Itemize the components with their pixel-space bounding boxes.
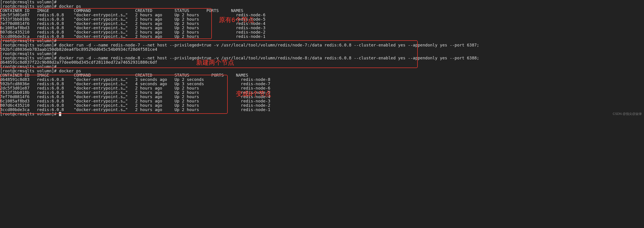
prompt: [root@crmsqlts volumn]# <box>0 4 56 8</box>
cell-status: Up 2 hours <box>174 12 199 17</box>
cell-id: d648591c8d83 <box>0 77 30 82</box>
cell-id: 6c1085af8bd3 <box>0 26 30 30</box>
prompt: [root@crmsqlts volumn]# <box>0 112 56 116</box>
cell-names: redis-node-2 <box>236 30 265 34</box>
col-container-id: CONTAINER ID <box>0 8 30 13</box>
cell-id: 592bfcd8036e <box>0 81 30 86</box>
cell-cmd: "docker-entrypoint.s…" <box>74 98 128 103</box>
cell-id: 2dc5f3d01e87 <box>0 12 30 17</box>
col-status: STATUS <box>174 8 189 13</box>
col-command: COMMAND <box>74 8 91 13</box>
cell-created: 2 hours ago <box>135 12 162 17</box>
cell-created: 4 seconds ago <box>135 81 167 86</box>
cell-image: redis:6.0.8 <box>37 77 64 82</box>
cell-created: 2 hours ago <box>135 90 162 95</box>
cell-cmd: "docker-entrypoint.s…" <box>74 90 128 95</box>
cell-names: redis-node-5 <box>236 17 265 22</box>
cell-id: 6c1085af8bd3 <box>0 98 30 103</box>
cell-status: Up 2 hours <box>174 26 199 30</box>
watermark: CSDN @指尖@旋律 <box>613 112 642 115</box>
cell-image: redis:6.0.8 <box>37 90 64 95</box>
col-ports: PORTS <box>206 8 218 13</box>
cell-names: redis-node-8 <box>241 77 270 82</box>
command-docker-run-7: docker run -d --name redis-node-7 --net … <box>59 42 479 47</box>
cell-status: Up 2 hours <box>174 30 199 34</box>
prompt: [root@crmsqlts volumn]# <box>0 42 56 47</box>
command-docker-ps: docker ps <box>59 4 81 8</box>
col-status: STATUS <box>174 73 189 78</box>
output-hash: d648591c8d837f22c9b88d2a77dee00bd345cdf2… <box>0 60 644 64</box>
cell-created: 2 hours ago <box>135 17 162 22</box>
output-hash: 592bfcd8036eb783aab150db82dea4fbc89529dd… <box>0 47 644 52</box>
cell-cmd: "docker-entrypoint.s…" <box>74 26 128 30</box>
cell-id: 3ccd80bde3ca <box>0 34 30 39</box>
cell-id: 7ef70d0814f6 <box>0 21 30 26</box>
prompt: [root@crmsqlts volumn]# <box>0 56 56 60</box>
cell-names: redis-node-5 <box>241 90 270 95</box>
terminal[interactable]: [root@crmsqlts volumn]# [root@crmsqlts v… <box>0 0 644 116</box>
cell-names: redis-node-6 <box>241 86 270 90</box>
cell-created: 2 hours ago <box>135 34 162 39</box>
cell-image: redis:6.0.8 <box>37 86 64 90</box>
cell-cmd: "docker-entrypoint.s…" <box>74 77 128 82</box>
table-row: 3ccd80bde3ca redis:6.0.8 "docker-entrypo… <box>0 34 644 39</box>
command-docker-ps: docker ps <box>59 68 81 73</box>
cell-id: 2dc5f3d01e87 <box>0 86 30 90</box>
col-command: COMMAND <box>74 73 91 78</box>
col-image: IMAGE <box>37 8 49 13</box>
cell-image: redis:6.0.8 <box>37 12 64 17</box>
cell-id: f533f3bb018b <box>0 90 30 95</box>
cursor-icon <box>59 112 61 116</box>
cell-image: redis:6.0.8 <box>37 103 64 108</box>
prompt-line: [root@crmsqlts volumn]# <box>0 0 644 4</box>
cell-names: redis-node-7 <box>241 81 270 86</box>
cell-id: 7ef70d0814f6 <box>0 94 30 99</box>
cell-created: 2 hours ago <box>135 26 162 30</box>
prompt: [root@crmsqlts volumn]# <box>0 64 56 69</box>
table-row: 3ccd80bde3ca redis:6.0.8 "docker-entrypo… <box>0 108 644 112</box>
prompt-line: [root@crmsqlts volumn]# <box>0 64 644 69</box>
cell-status: Up 2 hours <box>174 94 199 99</box>
cell-created: 2 hours ago <box>135 103 162 108</box>
cell-status: Up 2 seconds <box>174 77 204 82</box>
cell-created: 2 hours ago <box>135 30 162 34</box>
cell-status: Up 2 hours <box>174 21 199 26</box>
col-names: NAMES <box>236 73 248 78</box>
cell-cmd: "docker-entrypoint.s…" <box>74 94 128 99</box>
cell-id: 3ccd80bde3ca <box>0 107 30 112</box>
cell-image: redis:6.0.8 <box>37 26 64 30</box>
cell-image: redis:6.0.8 <box>37 81 64 86</box>
cell-image: redis:6.0.8 <box>37 30 64 34</box>
cell-image: redis:6.0.8 <box>37 94 64 99</box>
hash-node-7: 592bfcd8036eb783aab150db82dea4fbc89529dd… <box>0 47 157 52</box>
command-docker-run-8: docker run -d --name redis-node-8 --net … <box>59 56 479 60</box>
cell-names: redis-node-4 <box>241 94 270 99</box>
cell-status: Up 2 hours <box>174 17 199 22</box>
cell-image: redis:6.0.8 <box>37 17 64 22</box>
prompt-line-active[interactable]: [root@crmsqlts volumn]# <box>0 112 644 116</box>
cell-cmd: "docker-entrypoint.s…" <box>74 86 128 90</box>
cell-names: redis-node-4 <box>236 21 265 26</box>
cell-status: Up 2 hours <box>174 98 199 103</box>
cell-status: Up 2 hours <box>174 90 199 95</box>
cell-image: redis:6.0.8 <box>37 98 64 103</box>
cell-cmd: "docker-entrypoint.s…" <box>74 34 128 39</box>
cell-status: Up 2 hours <box>174 103 199 108</box>
cell-names: redis-node-2 <box>241 103 270 108</box>
col-image: IMAGE <box>37 73 49 78</box>
cell-cmd: "docker-entrypoint.s…" <box>74 21 128 26</box>
prompt: [root@crmsqlts volumn]# <box>0 68 56 73</box>
cell-cmd: "docker-entrypoint.s…" <box>74 30 128 34</box>
col-names: NAMES <box>231 8 243 13</box>
cell-cmd: "docker-entrypoint.s…" <box>74 107 128 112</box>
cell-created: 2 hours ago <box>135 94 162 99</box>
cell-names: redis-node-3 <box>241 98 270 103</box>
cell-names: redis-node-1 <box>241 107 270 112</box>
cell-status: Up 2 hours <box>174 107 199 112</box>
prompt: [root@crmsqlts volumn]# <box>0 51 56 56</box>
prompt: [root@crmsqlts volumn]# <box>0 38 56 43</box>
cell-id: f533f3bb018b <box>0 17 30 22</box>
cell-image: redis:6.0.8 <box>37 107 64 112</box>
cell-id: 807d6c435210 <box>0 103 30 108</box>
cell-names: redis-node-3 <box>236 26 265 30</box>
